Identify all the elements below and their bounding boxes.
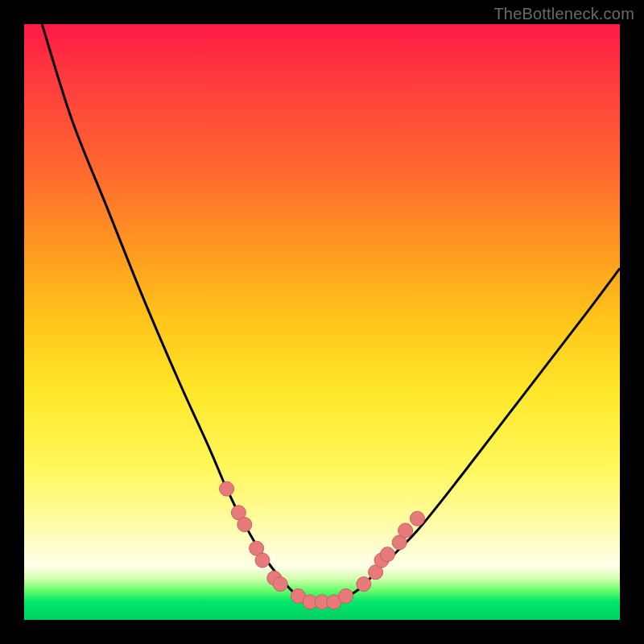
data-marker <box>410 511 424 526</box>
data-marker <box>273 577 287 592</box>
data-marker <box>398 523 413 538</box>
data-marker <box>339 588 353 603</box>
data-marker <box>357 577 371 592</box>
watermark-text: TheBottleneck.com <box>493 5 634 23</box>
data-marker <box>220 481 234 496</box>
data-marker <box>380 547 394 562</box>
chart-svg <box>24 24 620 620</box>
marker-group <box>220 481 425 609</box>
data-marker <box>237 518 252 532</box>
plot-area <box>24 24 620 620</box>
bottleneck-curve <box>42 24 620 603</box>
data-marker <box>255 553 270 568</box>
chart-frame: TheBottleneck.com <box>0 0 644 644</box>
